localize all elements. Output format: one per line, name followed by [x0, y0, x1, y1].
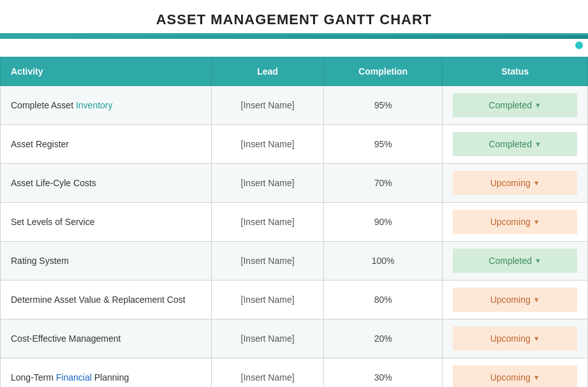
scroll-dot: [575, 41, 583, 49]
lead-cell: [Insert Name]: [212, 281, 324, 319]
lead-cell: [Insert Name]: [212, 203, 324, 242]
chevron-down-icon[interactable]: ▼: [534, 257, 541, 265]
status-label: Upcoming: [490, 178, 531, 188]
status-cell[interactable]: Completed▼: [443, 86, 588, 125]
lead-cell: [Insert Name]: [212, 358, 324, 388]
activity-cell: Determine Asset Value & Replacement Cost: [1, 281, 212, 319]
activity-cell: Complete Asset Inventory: [1, 86, 212, 125]
chevron-down-icon[interactable]: ▼: [534, 140, 541, 148]
status-label: Completed: [489, 100, 532, 110]
table-row: Cost-Effective Management[Insert Name]20…: [1, 319, 588, 358]
table-row: Asset Register[Insert Name]95%Completed▼: [1, 125, 588, 164]
status-label: Upcoming: [490, 295, 531, 305]
status-cell[interactable]: Upcoming▼: [443, 164, 588, 203]
status-cell[interactable]: Completed▼: [443, 242, 588, 281]
activity-cell: Set Levels of Service: [1, 203, 212, 242]
lead-cell: [Insert Name]: [212, 319, 324, 358]
status-label: Upcoming: [490, 333, 531, 344]
header-lead: Lead: [212, 57, 324, 86]
completion-cell: 100%: [324, 242, 443, 281]
status-cell[interactable]: Upcoming▼: [443, 358, 588, 388]
lead-cell: [Insert Name]: [212, 125, 324, 164]
chevron-down-icon[interactable]: ▼: [533, 296, 540, 303]
status-cell[interactable]: Upcoming▼: [443, 281, 588, 319]
table-header-row: Activity Lead Completion Status: [1, 57, 588, 86]
completion-cell: 90%: [324, 203, 443, 242]
chevron-down-icon[interactable]: ▼: [533, 179, 540, 187]
scroll-indicator: [0, 40, 588, 50]
table-row: Determine Asset Value & Replacement Cost…: [1, 281, 588, 319]
status-cell[interactable]: Completed▼: [443, 125, 588, 164]
activity-cell: Rating System: [1, 242, 212, 281]
status-label: Upcoming: [490, 372, 531, 383]
chevron-down-icon[interactable]: ▼: [534, 101, 541, 109]
header-completion: Completion: [324, 57, 443, 86]
lead-cell: [Insert Name]: [212, 164, 324, 203]
status-cell[interactable]: Upcoming▼: [443, 319, 588, 358]
table-row: Rating System[Insert Name]100%Completed▼: [1, 242, 588, 281]
chevron-down-icon[interactable]: ▼: [533, 218, 540, 226]
status-label: Completed: [489, 139, 532, 149]
completion-cell: 20%: [324, 319, 443, 358]
activity-cell: Long-Term Financial Planning: [1, 358, 212, 388]
status-label: Completed: [489, 256, 532, 266]
chevron-down-icon[interactable]: ▼: [533, 335, 540, 342]
page-container: ASSET MANAGEMENT GANTT CHART Activity Le…: [0, 0, 588, 387]
table-row: Long-Term Financial Planning[Insert Name…: [1, 358, 588, 388]
table-row: Asset Life-Cyle Costs[Insert Name]70%Upc…: [1, 164, 588, 203]
chevron-down-icon[interactable]: ▼: [533, 374, 540, 381]
completion-cell: 80%: [324, 281, 443, 319]
lead-cell: [Insert Name]: [212, 242, 324, 281]
lead-cell: [Insert Name]: [212, 86, 324, 125]
status-label: Upcoming: [490, 217, 531, 227]
activity-cell: Asset Life-Cyle Costs: [1, 164, 212, 203]
activity-cell: Asset Register: [1, 125, 212, 164]
header-status: Status: [443, 57, 588, 86]
table-row: Complete Asset Inventory[Insert Name]95%…: [1, 86, 588, 125]
page-title: ASSET MANAGEMENT GANTT CHART: [6, 11, 582, 28]
activity-cell: Cost-Effective Management: [1, 319, 212, 358]
header-activity: Activity: [1, 57, 212, 86]
spacer: [0, 50, 588, 57]
completion-cell: 95%: [324, 125, 443, 164]
table-row: Set Levels of Service[Insert Name]90%Upc…: [1, 203, 588, 242]
status-cell[interactable]: Upcoming▼: [443, 203, 588, 242]
blue-bar: [0, 35, 588, 39]
completion-cell: 70%: [324, 164, 443, 203]
completion-cell: 30%: [324, 358, 443, 388]
title-section: ASSET MANAGEMENT GANTT CHART: [0, 0, 588, 35]
gantt-table: Activity Lead Completion Status Complete…: [0, 57, 588, 387]
completion-cell: 95%: [324, 86, 443, 125]
